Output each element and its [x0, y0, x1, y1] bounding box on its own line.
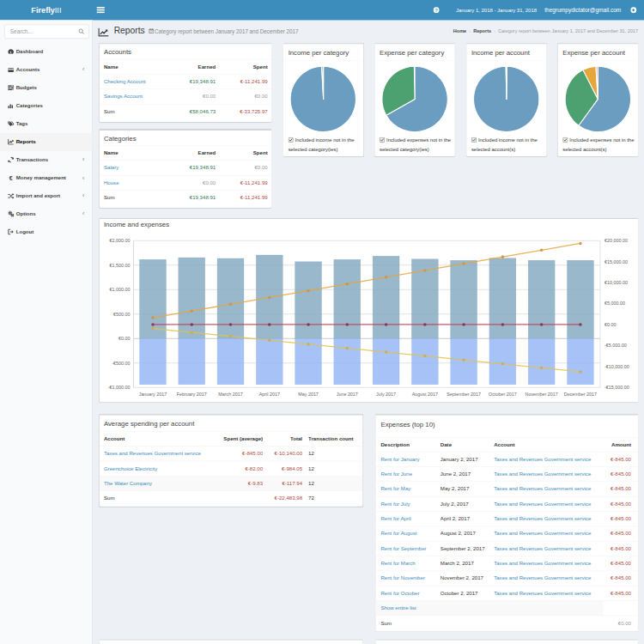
svg-text:€5,000.00: €5,000.00 [605, 301, 625, 306]
svg-text:-€10,000.00: -€10,000.00 [605, 364, 629, 369]
svg-text:October 2017: October 2017 [489, 392, 517, 397]
svg-text:May 2017: May 2017 [298, 392, 319, 397]
svg-text:September 2017: September 2017 [447, 392, 481, 397]
svg-text:€2,000.00: €2,000.00 [109, 238, 130, 243]
svg-text:-€1,000.00: -€1,000.00 [108, 385, 131, 390]
svg-text:-€500.00: -€500.00 [112, 361, 130, 366]
svg-text:April 2017: April 2017 [259, 392, 280, 397]
svg-text:-€5,000.00: -€5,000.00 [605, 343, 627, 348]
svg-text:€15,000.00: €15,000.00 [605, 259, 628, 264]
svg-text:-€15,000.00: -€15,000.00 [605, 385, 629, 390]
svg-text:€500.00: €500.00 [113, 312, 130, 317]
svg-text:€: € [9, 175, 13, 181]
svg-text:€20,000.00: €20,000.00 [605, 238, 628, 243]
svg-text:August 2017: August 2017 [412, 392, 438, 397]
svg-text:June 2017: June 2017 [337, 392, 358, 397]
svg-text:?: ? [435, 8, 438, 13]
svg-text:€0.00: €0.00 [605, 322, 616, 327]
svg-text:July 2017: July 2017 [376, 392, 396, 397]
svg-text:February 2017: February 2017 [177, 392, 207, 397]
svg-text:€10,000.00: €10,000.00 [605, 280, 628, 285]
svg-text:December 2017: December 2017 [564, 392, 597, 397]
svg-text:March 2017: March 2017 [218, 392, 242, 397]
svg-text:€1,000.00: €1,000.00 [109, 287, 130, 292]
svg-text:January 2017: January 2017 [139, 392, 167, 397]
svg-text:€1,500.00: €1,500.00 [109, 263, 130, 268]
svg-text:€0.00: €0.00 [118, 336, 130, 341]
svg-text:November 2017: November 2017 [526, 392, 558, 397]
